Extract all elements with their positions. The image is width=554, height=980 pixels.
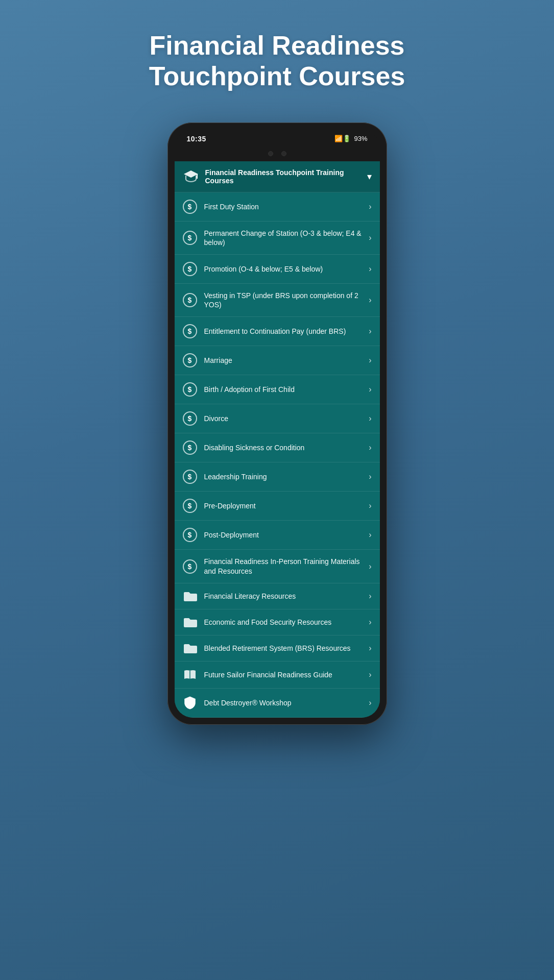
dollar-icon: $	[183, 499, 197, 513]
folder-icon	[183, 591, 197, 602]
dollar-icon: $	[183, 324, 197, 338]
folder-icon	[183, 617, 197, 628]
shield-icon	[183, 696, 197, 710]
chevron-right-icon: ›	[369, 562, 371, 571]
item-label: Disabling Sickness or Condition	[204, 443, 365, 452]
list-item-divorce[interactable]: $ Divorce ›	[175, 404, 380, 433]
chevron-right-icon: ›	[369, 472, 371, 481]
status-icons: 📶🔋	[334, 135, 351, 142]
list-item-promotion[interactable]: $ Promotion (O-4 & below; E5 & below) ›	[175, 255, 380, 284]
item-label: Vesting in TSP (under BRS upon completio…	[204, 291, 365, 309]
chevron-right-icon: ›	[369, 698, 371, 707]
chevron-right-icon: ›	[369, 414, 371, 423]
item-label: Financial Readiness In-Person Training M…	[204, 557, 365, 575]
list-item-first-duty-station[interactable]: $ First Duty Station ›	[175, 192, 380, 222]
dollar-icon: $	[183, 411, 197, 426]
chevron-right-icon: ›	[369, 233, 371, 242]
list-item-leadership-training[interactable]: $ Leadership Training ›	[175, 462, 380, 492]
item-label: Pre-Deployment	[204, 501, 365, 510]
item-label: Birth / Adoption of First Child	[204, 385, 365, 394]
item-label: Marriage	[204, 356, 365, 365]
list-item-debt-destroyer[interactable]: Debt Destroyer® Workshop ›	[175, 689, 380, 718]
item-label: Economic and Food Security Resources	[204, 618, 365, 627]
list-item-in-person-training[interactable]: $ Financial Readiness In-Person Training…	[175, 550, 380, 583]
chevron-right-icon: ›	[369, 592, 371, 601]
item-label: Post-Deployment	[204, 530, 365, 540]
list-item-birth-adoption[interactable]: $ Birth / Adoption of First Child ›	[175, 375, 380, 404]
chevron-right-icon: ›	[369, 501, 371, 510]
chevron-right-icon: ›	[369, 356, 371, 365]
camera-area	[175, 146, 380, 161]
item-label: Future Sailor Financial Readiness Guide	[204, 670, 365, 679]
dollar-icon: $	[183, 559, 197, 574]
folder-icon	[183, 643, 197, 654]
dollar-icon: $	[183, 200, 197, 214]
phone-frame: 10:35 📶🔋 93% Financial Readiness Touchp	[167, 122, 387, 725]
item-label: Debt Destroyer® Workshop	[204, 698, 365, 707]
list-item-economic-food[interactable]: Economic and Food Security Resources ›	[175, 609, 380, 635]
item-label: Leadership Training	[204, 472, 365, 481]
item-label: Blended Retirement System (BRS) Resource…	[204, 644, 365, 653]
book-icon	[183, 669, 197, 681]
header-label: Financial Readiness Touchpoint Training …	[205, 168, 363, 185]
dollar-icon: $	[183, 293, 197, 307]
item-label: Financial Literacy Resources	[204, 592, 365, 601]
chevron-right-icon: ›	[369, 296, 371, 305]
status-time: 10:35	[187, 135, 206, 143]
dollar-icon: $	[183, 382, 197, 397]
list-item-brs-resources[interactable]: Blended Retirement System (BRS) Resource…	[175, 635, 380, 662]
graduation-icon	[183, 168, 199, 185]
chevron-right-icon: ›	[369, 670, 371, 679]
dollar-icon: $	[183, 528, 197, 542]
list-item-continuation-pay[interactable]: $ Entitlement to Continuation Pay (under…	[175, 317, 380, 346]
item-label: Permanent Change of Station (O-3 & below…	[204, 229, 365, 247]
chevron-right-icon: ›	[369, 618, 371, 627]
list-item-future-sailor[interactable]: Future Sailor Financial Readiness Guide …	[175, 662, 380, 689]
item-label: Divorce	[204, 414, 365, 423]
dollar-icon: $	[183, 470, 197, 484]
chevron-right-icon: ›	[369, 385, 371, 394]
chevron-right-icon: ›	[369, 530, 371, 540]
list-item-vesting-tsp[interactable]: $ Vesting in TSP (under BRS upon complet…	[175, 284, 380, 317]
list-item-financial-literacy[interactable]: Financial Literacy Resources ›	[175, 583, 380, 609]
list-item-marriage[interactable]: $ Marriage ›	[175, 346, 380, 375]
dollar-icon: $	[183, 262, 197, 276]
chevron-right-icon: ›	[369, 264, 371, 274]
list-item-disabling-sickness[interactable]: $ Disabling Sickness or Condition ›	[175, 433, 380, 462]
chevron-right-icon: ›	[369, 644, 371, 653]
list-item-post-deployment[interactable]: $ Post-Deployment ›	[175, 521, 380, 550]
dollar-icon: $	[183, 231, 197, 245]
main-header[interactable]: Financial Readiness Touchpoint Training …	[175, 161, 380, 192]
item-label: Entitlement to Continuation Pay (under B…	[204, 327, 365, 336]
header-chevron-down: ▾	[367, 171, 372, 182]
status-bar: 10:35 📶🔋 93%	[175, 130, 380, 146]
camera-dot-left	[268, 151, 273, 156]
chevron-right-icon: ›	[369, 327, 371, 336]
page-title: Financial Readiness Touchpoint Courses	[108, 31, 446, 92]
dollar-icon: $	[183, 440, 197, 455]
list-item-pre-deployment[interactable]: $ Pre-Deployment ›	[175, 492, 380, 521]
course-list: $ First Duty Station › $ Permanent Chang…	[175, 192, 380, 718]
dollar-icon: $	[183, 353, 197, 368]
item-label: First Duty Station	[204, 202, 365, 211]
item-label: Promotion (O-4 & below; E5 & below)	[204, 264, 365, 274]
camera-dot-right	[281, 151, 286, 156]
chevron-right-icon: ›	[369, 443, 371, 452]
list-item-pcs[interactable]: $ Permanent Change of Station (O-3 & bel…	[175, 222, 380, 255]
battery-level: 93%	[354, 135, 367, 142]
chevron-right-icon: ›	[369, 202, 371, 211]
